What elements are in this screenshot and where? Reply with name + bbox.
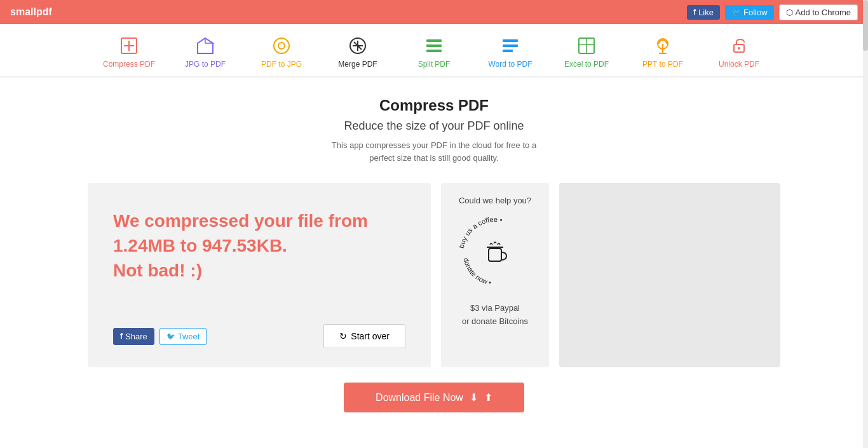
download-label: Download File Now	[376, 392, 463, 404]
svg-rect-14	[503, 39, 518, 42]
jpg-to-pdf-label: JPG to PDF	[185, 60, 226, 69]
svg-rect-11	[426, 39, 442, 42]
unlock-pdf-icon	[728, 34, 750, 57]
result-actions: f Share 🐦 Tweet ↻ Start over	[113, 324, 405, 348]
fb-like-button[interactable]: f Like	[687, 5, 720, 20]
svg-rect-13	[426, 50, 442, 52]
page-subtitle: Reduce the size of your PDF online	[344, 119, 524, 133]
logo[interactable]: smallpdf	[10, 6, 52, 18]
svg-marker-4	[205, 38, 213, 43]
nav-item-pdf-to-jpg[interactable]: PDF to JPG	[243, 32, 320, 71]
nav-item-merge[interactable]: Merge PDF	[320, 32, 396, 71]
download-button[interactable]: Download File Now ⬇ ⬆	[344, 383, 524, 412]
word-label: Word to PDF	[488, 60, 532, 69]
add-to-chrome-button[interactable]: ⬡ Add to Chrome	[779, 4, 858, 20]
scrollbar-thumb[interactable]	[863, 0, 868, 51]
page-description: This app compresses your PDF in the clou…	[320, 139, 548, 164]
excel-to-pdf-icon	[575, 34, 598, 57]
twitter-tweet-icon: 🐦	[166, 332, 175, 341]
chrome-label: Add to Chrome	[796, 8, 851, 17]
donate-amount-text: $3 via Paypal	[462, 302, 528, 315]
pdf-to-jpg-label: PDF to JPG	[261, 60, 302, 69]
split-label: Split PDF	[418, 60, 451, 69]
tw-follow-button[interactable]: 🐦 Follow	[725, 5, 774, 20]
svg-rect-12	[426, 44, 442, 47]
svg-point-5	[274, 38, 289, 53]
compression-message: We compressed your file from1.24MB to 94…	[113, 208, 405, 283]
donate-title: Could we help you?	[459, 196, 531, 205]
ad-card	[559, 183, 780, 367]
svg-point-24	[738, 47, 740, 50]
refresh-icon: ↻	[339, 331, 347, 341]
nav-item-unlock[interactable]: Unlock PDF	[701, 32, 777, 71]
donate-amount: $3 via Paypal or donate Bitcoins	[462, 302, 528, 329]
page-title: Compress PDF	[379, 97, 489, 114]
header-actions: f Like 🐦 Follow ⬡ Add to Chrome	[687, 4, 858, 20]
donate-bitcoin-text: or donate Bitcoins	[462, 315, 528, 329]
twitter-icon: 🐦	[731, 8, 741, 17]
pdf-to-jpg-icon	[270, 34, 293, 57]
compression-text: We compressed your file from1.24MB to 94…	[113, 211, 368, 280]
ppt-label: PPT to PDF	[642, 60, 683, 69]
fb-share-label: Share	[125, 332, 147, 341]
tw-tweet-label: Tweet	[178, 332, 200, 341]
merge-icon	[346, 34, 369, 57]
tw-follow-label: Follow	[743, 8, 768, 17]
svg-text:buy us a coffee •: buy us a coffee •	[458, 215, 503, 249]
jpg-to-pdf-icon	[194, 34, 217, 57]
svg-point-6	[278, 43, 285, 49]
svg-rect-15	[503, 44, 518, 47]
ppt-to-pdf-icon	[651, 34, 674, 57]
fb-like-label: Like	[698, 8, 714, 17]
merge-label: Merge PDF	[338, 60, 377, 69]
unlock-label: Unlock PDF	[719, 60, 759, 69]
nav-item-jpg-to-pdf[interactable]: JPG to PDF	[167, 32, 243, 71]
nav-item-compress[interactable]: Compress PDF	[91, 32, 167, 71]
compress-icon	[118, 34, 140, 57]
nav-item-ppt[interactable]: PPT to PDF	[625, 32, 701, 71]
compress-label: Compress PDF	[103, 60, 155, 69]
svg-rect-16	[503, 50, 513, 52]
split-icon	[423, 34, 445, 57]
fb-share-icon: f	[120, 332, 123, 341]
header: smallpdf f Like 🐦 Follow ⬡ Add to Chrome	[0, 0, 868, 24]
download-icon: ⬇	[470, 391, 478, 404]
nav-item-word[interactable]: Word to PDF	[472, 32, 548, 71]
social-buttons: f Share 🐦 Tweet	[113, 328, 207, 345]
start-over-button[interactable]: ↻ Start over	[323, 324, 405, 348]
svg-rect-27	[489, 248, 501, 261]
donate-card: Could we help you? buy us a coffee • don…	[441, 183, 549, 367]
chrome-icon: ⬡	[786, 8, 793, 17]
svg-text:donate now •: donate now •	[463, 257, 492, 287]
tw-tweet-button[interactable]: 🐦 Tweet	[159, 328, 207, 345]
excel-label: Excel to PDF	[564, 60, 609, 69]
upload-icon: ⬆	[484, 391, 492, 404]
nav-item-excel[interactable]: Excel to PDF	[548, 32, 625, 71]
fb-share-button[interactable]: f Share	[113, 328, 154, 345]
nav-item-split[interactable]: Split PDF	[396, 32, 472, 71]
fb-icon: f	[693, 8, 696, 17]
word-to-pdf-icon	[499, 34, 522, 57]
result-card: We compressed your file from1.24MB to 94…	[88, 183, 431, 367]
coffee-circle[interactable]: buy us a coffee • donate now •	[457, 215, 533, 292]
start-over-label: Start over	[351, 331, 390, 341]
cards-row: We compressed your file from1.24MB to 94…	[85, 183, 783, 367]
scrollbar[interactable]	[863, 0, 868, 448]
nav: Compress PDF JPG to PDF PDF to JPG	[0, 24, 868, 77]
main-content: Compress PDF Reduce the size of your PDF…	[0, 78, 868, 412]
